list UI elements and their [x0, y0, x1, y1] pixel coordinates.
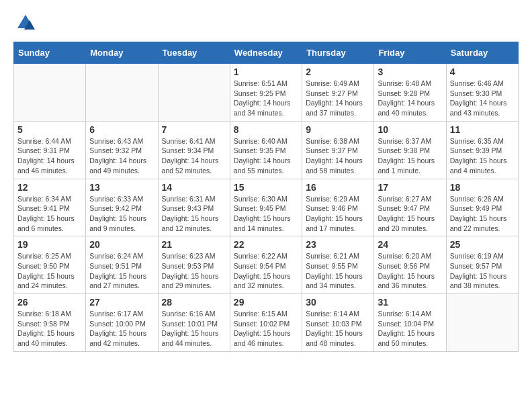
day-of-week-header: Saturday	[446, 42, 518, 64]
calendar-cell: 9Sunrise: 6:38 AMSunset: 9:37 PMDaylight…	[302, 121, 374, 179]
calendar-cell: 14Sunrise: 6:31 AMSunset: 9:43 PMDayligh…	[158, 179, 230, 236]
day-number: 18	[450, 182, 515, 193]
day-number: 24	[378, 239, 442, 250]
day-info: Sunrise: 6:15 AMSunset: 10:02 PMDaylight…	[234, 309, 298, 349]
day-info: Sunrise: 6:31 AMSunset: 9:43 PMDaylight:…	[162, 194, 226, 234]
calendar-cell: 3Sunrise: 6:48 AMSunset: 9:28 PMDaylight…	[374, 64, 446, 122]
day-number: 15	[234, 182, 298, 193]
calendar-cell	[86, 64, 158, 122]
day-number: 8	[234, 124, 298, 135]
day-number: 31	[378, 297, 442, 308]
calendar-cell: 24Sunrise: 6:20 AMSunset: 9:56 PMDayligh…	[374, 236, 446, 294]
day-info: Sunrise: 6:23 AMSunset: 9:53 PMDaylight:…	[162, 251, 226, 291]
day-number: 6	[89, 124, 154, 135]
calendar-cell: 28Sunrise: 6:16 AMSunset: 10:01 PMDaylig…	[158, 294, 230, 352]
calendar-cell	[158, 64, 230, 122]
calendar-cell: 2Sunrise: 6:49 AMSunset: 9:27 PMDaylight…	[302, 64, 374, 122]
day-number: 5	[17, 124, 82, 135]
calendar-header-row: SundayMondayTuesdayWednesdayThursdayFrid…	[14, 42, 519, 64]
day-info: Sunrise: 6:38 AMSunset: 9:37 PMDaylight:…	[306, 136, 370, 176]
day-of-week-header: Sunday	[14, 42, 86, 64]
calendar-cell: 15Sunrise: 6:30 AMSunset: 9:45 PMDayligh…	[230, 179, 302, 236]
day-number: 29	[234, 297, 298, 308]
calendar-table: SundayMondayTuesdayWednesdayThursdayFrid…	[13, 42, 519, 352]
day-info: Sunrise: 6:40 AMSunset: 9:35 PMDaylight:…	[234, 136, 298, 176]
day-number: 23	[306, 239, 370, 250]
day-number: 10	[378, 124, 442, 135]
day-number: 2	[306, 66, 370, 77]
day-info: Sunrise: 6:48 AMSunset: 9:28 PMDaylight:…	[378, 79, 442, 118]
day-of-week-header: Thursday	[302, 42, 374, 64]
day-number: 7	[162, 124, 226, 135]
calendar-cell: 11Sunrise: 6:35 AMSunset: 9:39 PMDayligh…	[446, 121, 518, 179]
calendar-cell: 19Sunrise: 6:25 AMSunset: 9:50 PMDayligh…	[14, 236, 86, 294]
day-info: Sunrise: 6:43 AMSunset: 9:32 PMDaylight:…	[89, 136, 154, 176]
calendar-cell: 13Sunrise: 6:33 AMSunset: 9:42 PMDayligh…	[86, 179, 158, 236]
day-info: Sunrise: 6:22 AMSunset: 9:54 PMDaylight:…	[234, 251, 298, 291]
day-number: 20	[89, 239, 154, 250]
day-number: 13	[89, 182, 154, 193]
page-header	[13, 13, 519, 31]
day-of-week-header: Tuesday	[158, 42, 230, 64]
day-info: Sunrise: 6:16 AMSunset: 10:01 PMDaylight…	[162, 309, 226, 349]
day-info: Sunrise: 6:30 AMSunset: 9:45 PMDaylight:…	[234, 194, 298, 234]
calendar-cell: 16Sunrise: 6:29 AMSunset: 9:46 PMDayligh…	[302, 179, 374, 236]
day-number: 14	[162, 182, 226, 193]
day-number: 12	[17, 182, 82, 193]
calendar-cell: 7Sunrise: 6:41 AMSunset: 9:34 PMDaylight…	[158, 121, 230, 179]
calendar-cell: 29Sunrise: 6:15 AMSunset: 10:02 PMDaylig…	[230, 294, 302, 352]
day-info: Sunrise: 6:14 AMSunset: 10:03 PMDaylight…	[306, 309, 370, 349]
day-info: Sunrise: 6:17 AMSunset: 10:00 PMDaylight…	[89, 309, 154, 349]
day-number: 17	[378, 182, 442, 193]
day-of-week-header: Monday	[86, 42, 158, 64]
calendar-cell: 22Sunrise: 6:22 AMSunset: 9:54 PMDayligh…	[230, 236, 302, 294]
day-of-week-header: Wednesday	[230, 42, 302, 64]
calendar-week-row: 26Sunrise: 6:18 AMSunset: 9:58 PMDayligh…	[14, 294, 519, 352]
day-number: 25	[450, 239, 515, 250]
day-number: 19	[17, 239, 82, 250]
calendar-cell: 6Sunrise: 6:43 AMSunset: 9:32 PMDaylight…	[86, 121, 158, 179]
day-info: Sunrise: 6:46 AMSunset: 9:30 PMDaylight:…	[450, 79, 515, 118]
day-number: 30	[306, 297, 370, 308]
calendar-cell: 30Sunrise: 6:14 AMSunset: 10:03 PMDaylig…	[302, 294, 374, 352]
calendar-cell: 12Sunrise: 6:34 AMSunset: 9:41 PMDayligh…	[14, 179, 86, 236]
day-info: Sunrise: 6:33 AMSunset: 9:42 PMDaylight:…	[89, 194, 154, 234]
calendar-cell	[446, 294, 518, 352]
day-number: 3	[378, 66, 442, 77]
calendar-cell: 21Sunrise: 6:23 AMSunset: 9:53 PMDayligh…	[158, 236, 230, 294]
day-number: 21	[162, 239, 226, 250]
logo-icon	[16, 13, 35, 31]
calendar-cell: 27Sunrise: 6:17 AMSunset: 10:00 PMDaylig…	[86, 294, 158, 352]
day-info: Sunrise: 6:20 AMSunset: 9:56 PMDaylight:…	[378, 251, 442, 291]
day-info: Sunrise: 6:44 AMSunset: 9:31 PMDaylight:…	[17, 136, 82, 176]
calendar-cell: 25Sunrise: 6:19 AMSunset: 9:57 PMDayligh…	[446, 236, 518, 294]
day-number: 9	[306, 124, 370, 135]
day-number: 4	[450, 66, 515, 77]
day-info: Sunrise: 6:37 AMSunset: 9:38 PMDaylight:…	[378, 136, 442, 176]
day-info: Sunrise: 6:49 AMSunset: 9:27 PMDaylight:…	[306, 79, 370, 118]
day-info: Sunrise: 6:34 AMSunset: 9:41 PMDaylight:…	[17, 194, 82, 234]
day-info: Sunrise: 6:24 AMSunset: 9:51 PMDaylight:…	[89, 251, 154, 291]
day-info: Sunrise: 6:51 AMSunset: 9:25 PMDaylight:…	[234, 79, 298, 118]
day-info: Sunrise: 6:14 AMSunset: 10:04 PMDaylight…	[378, 309, 442, 349]
day-info: Sunrise: 6:19 AMSunset: 9:57 PMDaylight:…	[450, 251, 515, 291]
day-number: 27	[89, 297, 154, 308]
calendar-cell: 20Sunrise: 6:24 AMSunset: 9:51 PMDayligh…	[86, 236, 158, 294]
day-of-week-header: Friday	[374, 42, 446, 64]
day-info: Sunrise: 6:29 AMSunset: 9:46 PMDaylight:…	[306, 194, 370, 234]
calendar-week-row: 1Sunrise: 6:51 AMSunset: 9:25 PMDaylight…	[14, 64, 519, 122]
calendar-cell	[14, 64, 86, 122]
calendar-cell: 23Sunrise: 6:21 AMSunset: 9:55 PMDayligh…	[302, 236, 374, 294]
calendar-cell: 18Sunrise: 6:26 AMSunset: 9:49 PMDayligh…	[446, 179, 518, 236]
day-info: Sunrise: 6:18 AMSunset: 9:58 PMDaylight:…	[17, 309, 82, 349]
day-info: Sunrise: 6:21 AMSunset: 9:55 PMDaylight:…	[306, 251, 370, 291]
calendar-cell: 17Sunrise: 6:27 AMSunset: 9:47 PMDayligh…	[374, 179, 446, 236]
day-number: 16	[306, 182, 370, 193]
calendar-week-row: 19Sunrise: 6:25 AMSunset: 9:50 PMDayligh…	[14, 236, 519, 294]
calendar-week-row: 5Sunrise: 6:44 AMSunset: 9:31 PMDaylight…	[14, 121, 519, 179]
day-number: 1	[234, 66, 298, 77]
day-info: Sunrise: 6:41 AMSunset: 9:34 PMDaylight:…	[162, 136, 226, 176]
calendar-cell: 26Sunrise: 6:18 AMSunset: 9:58 PMDayligh…	[14, 294, 86, 352]
day-info: Sunrise: 6:35 AMSunset: 9:39 PMDaylight:…	[450, 136, 515, 176]
calendar-cell: 10Sunrise: 6:37 AMSunset: 9:38 PMDayligh…	[374, 121, 446, 179]
